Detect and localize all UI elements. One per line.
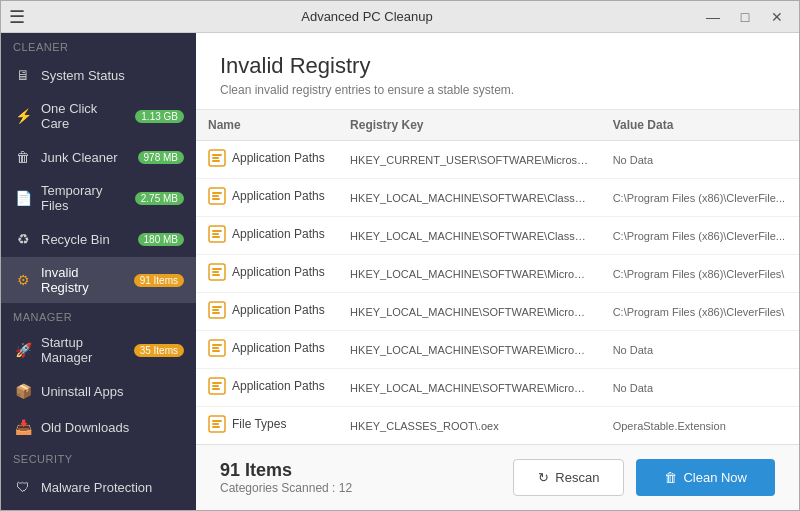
sidebar-label-temporary-files: Temporary Files	[41, 183, 127, 213]
cell-value-3: C:\Program Files (x86)\CleverFiles\	[601, 255, 799, 293]
cell-name-2: Application Paths	[196, 217, 338, 255]
monitor-icon	[13, 65, 33, 85]
cleaner-section-label: Cleaner	[1, 33, 196, 57]
sidebar: Cleaner System Status One Click Care 1.1…	[1, 33, 196, 510]
svg-rect-22	[212, 347, 219, 349]
svg-rect-27	[212, 388, 220, 390]
temp-icon	[13, 188, 33, 208]
sidebar-item-invalid-registry[interactable]: Invalid Registry 91 Items	[1, 257, 196, 303]
clean-icon: 🗑	[664, 470, 677, 485]
cell-value-4: C:\Program Files (x86)\CleverFiles\	[601, 293, 799, 331]
sidebar-label-old-downloads: Old Downloads	[41, 420, 184, 435]
row-icon-7: File Types	[208, 415, 286, 433]
table-header-row: Name Registry Key Value Data	[196, 110, 799, 141]
svg-rect-10	[212, 233, 219, 235]
sidebar-item-system-status[interactable]: System Status	[1, 57, 196, 93]
svg-rect-26	[212, 385, 219, 387]
menu-icon[interactable]: ☰	[9, 6, 25, 28]
svg-rect-5	[212, 192, 222, 194]
svg-rect-15	[212, 274, 220, 276]
svg-rect-30	[212, 423, 219, 425]
sidebar-item-old-downloads[interactable]: Old Downloads	[1, 409, 196, 445]
cell-name-1: Application Paths	[196, 179, 338, 217]
main-layout: Cleaner System Status One Click Care 1.1…	[1, 33, 799, 510]
page-subtitle: Clean invalid registry entries to ensure…	[220, 83, 775, 97]
cell-name-0: Application Paths	[196, 141, 338, 179]
recycle-icon	[13, 229, 33, 249]
sidebar-item-junk-cleaner[interactable]: Junk Cleaner 978 MB	[1, 139, 196, 175]
sidebar-label-system-status: System Status	[41, 68, 184, 83]
sidebar-label-junk-cleaner: Junk Cleaner	[41, 150, 130, 165]
svg-rect-31	[212, 426, 220, 428]
col-key-header: Registry Key	[338, 110, 601, 141]
app-window: ☰ Advanced PC Cleanup — □ ✕ Cleaner Syst…	[0, 0, 800, 511]
one-click-care-badge: 1.13 GB	[135, 110, 184, 123]
cell-name-3: Application Paths	[196, 255, 338, 293]
sidebar-item-uninstall-apps[interactable]: Uninstall Apps	[1, 373, 196, 409]
cell-value-5: No Data	[601, 331, 799, 369]
junk-cleaner-badge: 978 MB	[138, 151, 184, 164]
svg-rect-1	[212, 154, 222, 156]
cell-name-6: Application Paths	[196, 369, 338, 407]
content-footer: 91 Items Categories Scanned : 12 ↻ Resca…	[196, 444, 799, 510]
sidebar-item-identity-protection[interactable]: Identity Protection 42 Items	[1, 505, 196, 510]
sidebar-item-malware-protection[interactable]: Malware Protection	[1, 469, 196, 505]
table-row: Application Paths HKEY_LOCAL_MACHINE\SOF…	[196, 331, 799, 369]
svg-rect-2	[212, 157, 219, 159]
titlebar: ☰ Advanced PC Cleanup — □ ✕	[1, 1, 799, 33]
scanned-label: Categories Scanned : 12	[220, 481, 352, 495]
svg-rect-21	[212, 344, 222, 346]
close-button[interactable]: ✕	[763, 6, 791, 28]
items-count: 91 Items	[220, 460, 352, 481]
clean-label: Clean Now	[683, 470, 747, 485]
window-controls: — □ ✕	[699, 6, 791, 28]
rescan-button[interactable]: ↻ Rescan	[513, 459, 624, 496]
row-icon-0: Application Paths	[208, 149, 325, 167]
downloads-icon	[13, 417, 33, 437]
sidebar-item-temporary-files[interactable]: Temporary Files 2.75 MB	[1, 175, 196, 221]
row-icon-6: Application Paths	[208, 377, 325, 395]
cell-name-4: Application Paths	[196, 293, 338, 331]
cell-value-1: C:\Program Files (x86)\CleverFile...	[601, 179, 799, 217]
svg-rect-18	[212, 309, 219, 311]
cell-key-0: HKEY_CURRENT_USER\SOFTWARE\Microsoft\Win…	[338, 141, 601, 179]
table-row: Application Paths HKEY_LOCAL_MACHINE\SOF…	[196, 369, 799, 407]
row-icon-1: Application Paths	[208, 187, 325, 205]
uninstall-icon	[13, 381, 33, 401]
svg-rect-23	[212, 350, 220, 352]
rescan-icon: ↻	[538, 470, 549, 485]
maximize-button[interactable]: □	[731, 6, 759, 28]
registry-icon	[13, 270, 33, 290]
recycle-bin-badge: 180 MB	[138, 233, 184, 246]
registry-table: Name Registry Key Value Data	[196, 110, 799, 444]
table-container: Name Registry Key Value Data	[196, 110, 799, 444]
page-title: Invalid Registry	[220, 53, 775, 79]
footer-info: 91 Items Categories Scanned : 12	[220, 460, 352, 495]
svg-rect-25	[212, 382, 222, 384]
row-icon-3: Application Paths	[208, 263, 325, 281]
cell-name-7: File Types	[196, 407, 338, 445]
cell-key-5: HKEY_LOCAL_MACHINE\SOFTWARE\Microsoft\Wi…	[338, 331, 601, 369]
svg-rect-3	[212, 160, 220, 162]
cell-name-5: Application Paths	[196, 331, 338, 369]
row-icon-2: Application Paths	[208, 225, 325, 243]
svg-rect-19	[212, 312, 220, 314]
sidebar-label-uninstall-apps: Uninstall Apps	[41, 384, 184, 399]
sidebar-item-startup-manager[interactable]: Startup Manager 35 Items	[1, 327, 196, 373]
temporary-files-badge: 2.75 MB	[135, 192, 184, 205]
table-row: Application Paths HKEY_LOCAL_MACHINE\SOF…	[196, 255, 799, 293]
invalid-registry-badge: 91 Items	[134, 274, 184, 287]
startup-manager-badge: 35 Items	[134, 344, 184, 357]
rescan-label: Rescan	[555, 470, 599, 485]
cell-key-3: HKEY_LOCAL_MACHINE\SOFTWARE\Microsoft\Wi…	[338, 255, 601, 293]
row-icon-5: Application Paths	[208, 339, 325, 357]
cell-value-6: No Data	[601, 369, 799, 407]
clean-now-button[interactable]: 🗑 Clean Now	[636, 459, 775, 496]
svg-rect-9	[212, 230, 222, 232]
table-row: Application Paths HKEY_LOCAL_MACHINE\SOF…	[196, 179, 799, 217]
startup-icon	[13, 340, 33, 360]
sidebar-item-one-click-care[interactable]: One Click Care 1.13 GB	[1, 93, 196, 139]
content-header: Invalid Registry Clean invalid registry …	[196, 33, 799, 110]
minimize-button[interactable]: —	[699, 6, 727, 28]
sidebar-item-recycle-bin[interactable]: Recycle Bin 180 MB	[1, 221, 196, 257]
